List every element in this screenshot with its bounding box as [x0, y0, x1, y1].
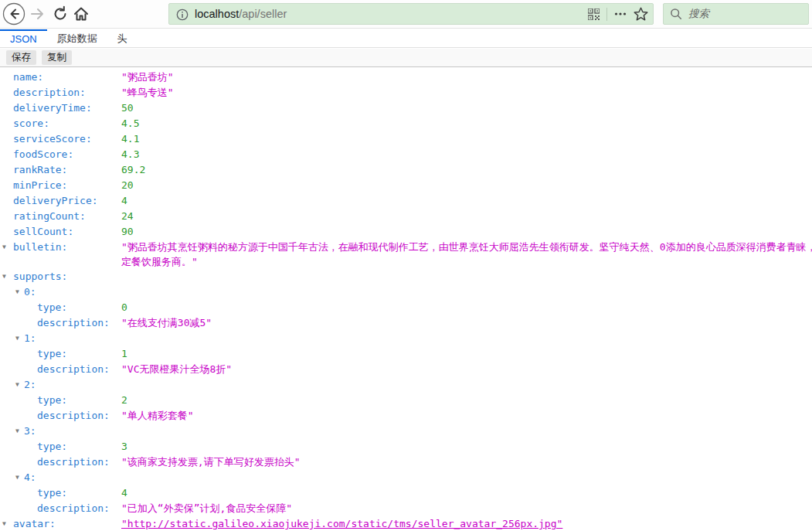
json-key: description:: [37, 362, 110, 377]
home-button[interactable]: [70, 2, 93, 26]
json-key: avatar:: [13, 516, 56, 531]
urlbar-separator: [606, 8, 607, 21]
json-key: description:: [37, 408, 110, 424]
json-value: 4.5: [121, 116, 139, 131]
json-key: supports:: [13, 269, 67, 284]
url-text: localhost/api/seller: [195, 8, 287, 20]
json-row: description:"该商家支持发票,请下单写好发票抬头": [0, 454, 812, 470]
tab-json[interactable]: JSON: [0, 29, 47, 48]
forward-icon: [29, 5, 46, 22]
collapse-twisty-icon[interactable]: ▼: [15, 424, 19, 439]
page-actions-icon[interactable]: [614, 8, 627, 20]
json-value: 4.1: [121, 131, 139, 147]
json-key: serviceScore:: [13, 131, 92, 147]
url-bar[interactable]: localhost/api/seller: [168, 3, 654, 25]
json-value: "在线支付满30减5": [121, 315, 212, 331]
json-key: bulletin:: [13, 240, 67, 255]
json-row: foodScore:4.3: [0, 147, 812, 162]
json-row: description:"蜂鸟专送": [0, 85, 812, 100]
json-key: 3:: [24, 424, 36, 439]
json-row: description:"在线支付满30减5": [0, 315, 812, 331]
json-row: ▼1:: [0, 331, 812, 346]
site-info-icon[interactable]: [176, 9, 189, 24]
json-row: type:4: [0, 485, 812, 501]
json-key: type:: [37, 485, 67, 501]
collapse-twisty-icon[interactable]: ▼: [2, 269, 6, 284]
json-value: 4.3: [121, 147, 139, 162]
json-value: "粥品香坊其烹饪粥料的秘方源于中国千年古法，在融和现代制作工艺，由世界烹饪大师屈…: [121, 240, 812, 269]
json-value-line: 定餐饮服务商。": [121, 254, 812, 269]
json-key: description:: [13, 85, 86, 100]
json-key: 4:: [24, 470, 36, 485]
search-input[interactable]: 搜索: [663, 3, 809, 25]
json-value: 4: [121, 193, 127, 209]
home-icon: [73, 5, 90, 22]
json-value: 1: [121, 346, 127, 362]
json-key: 1:: [24, 331, 36, 346]
collapse-twisty-icon[interactable]: ▼: [15, 331, 19, 346]
refresh-button[interactable]: [49, 2, 72, 26]
json-row: minPrice:20: [0, 178, 812, 193]
collapse-twisty-icon[interactable]: ▼: [15, 470, 19, 485]
json-value: 0: [121, 300, 127, 315]
json-key: minPrice:: [13, 178, 67, 193]
json-viewer-tabs: JSON 原始数据 头: [0, 29, 812, 48]
json-row: name:"粥品香坊": [0, 70, 812, 85]
json-row: ▼0:: [0, 284, 812, 300]
browser-toolbar: localhost/api/seller: [0, 0, 812, 29]
collapse-twisty-icon[interactable]: ▼: [2, 516, 6, 531]
qr-code-icon[interactable]: [588, 9, 600, 20]
json-value: 50: [121, 100, 134, 116]
json-key: 2:: [24, 377, 36, 393]
json-row: ▼bulletin:"粥品香坊其烹饪粥料的秘方源于中国千年古法，在融和现代制作工…: [0, 240, 812, 269]
json-row: rankRate:69.2: [0, 162, 812, 178]
json-key: description:: [37, 501, 110, 516]
json-content: name:"粥品香坊"description:"蜂鸟专送"deliveryTim…: [0, 68, 812, 531]
json-key: score:: [13, 116, 49, 131]
copy-button[interactable]: 复制: [42, 50, 72, 65]
json-value: 24: [121, 209, 134, 224]
json-key: sellCount:: [13, 224, 73, 240]
search-placeholder: 搜索: [688, 7, 709, 21]
collapse-twisty-icon[interactable]: ▼: [15, 284, 19, 300]
json-value: 3: [121, 439, 127, 454]
json-row: type:1: [0, 346, 812, 362]
back-button[interactable]: [2, 2, 25, 26]
bookmark-star-icon[interactable]: [634, 7, 648, 22]
json-row: ratingCount:24: [0, 209, 812, 224]
json-row: serviceScore:4.1: [0, 131, 812, 147]
tab-raw-data[interactable]: 原始数据: [47, 29, 107, 48]
json-value: "蜂鸟专送": [121, 85, 174, 100]
json-value: "单人精彩套餐": [121, 408, 194, 424]
json-row: type:0: [0, 300, 812, 315]
json-key: rankRate:: [13, 162, 67, 178]
save-button[interactable]: 保存: [6, 50, 36, 65]
json-value: 2: [121, 393, 127, 408]
url-host: localhost: [195, 8, 239, 20]
forward-button[interactable]: [26, 2, 49, 26]
json-value: "粥品香坊": [121, 70, 174, 85]
json-row: deliveryTime:50: [0, 100, 812, 116]
json-key: description:: [37, 315, 110, 331]
json-row: ▼supports:: [0, 269, 812, 284]
json-value: "VC无限橙果汁全场8折": [121, 362, 232, 377]
json-value-line: "粥品香坊其烹饪粥料的秘方源于中国千年古法，在融和现代制作工艺，由世界烹饪大师屈…: [121, 240, 812, 254]
json-key: type:: [37, 439, 67, 454]
json-key: type:: [37, 300, 67, 315]
json-row: type:2: [0, 393, 812, 408]
back-icon: [2, 2, 25, 26]
json-key: ratingCount:: [13, 209, 86, 224]
collapse-twisty-icon[interactable]: ▼: [2, 240, 6, 255]
json-value-link[interactable]: "http://static.galileo.xiaojukeji.com/st…: [121, 516, 562, 531]
json-row: score:4.5: [0, 116, 812, 131]
search-icon: [670, 8, 682, 20]
json-row: sellCount:90: [0, 224, 812, 240]
json-row: type:3: [0, 439, 812, 454]
json-key: foodScore:: [13, 147, 73, 162]
tab-headers[interactable]: 头: [107, 29, 138, 48]
json-row: ▼4:: [0, 470, 812, 485]
json-value: 69.2: [121, 162, 145, 178]
json-key: deliveryPrice:: [13, 193, 98, 209]
collapse-twisty-icon[interactable]: ▼: [15, 377, 19, 393]
json-value: "该商家支持发票,请下单写好发票抬头": [121, 454, 300, 470]
